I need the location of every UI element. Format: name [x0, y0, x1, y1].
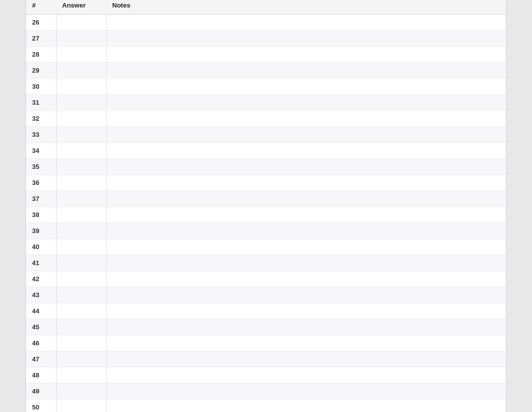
cell-notes [106, 159, 506, 175]
cell-answer [56, 287, 106, 303]
cell-number: 27 [26, 31, 56, 47]
column-header-number: # [26, 0, 56, 15]
data-table: # Answer Notes 2627282930313233343536373… [26, 0, 506, 412]
table-row: 47 [26, 351, 506, 367]
cell-answer [56, 175, 106, 191]
cell-number: 40 [26, 239, 56, 255]
cell-notes [106, 15, 506, 31]
cell-number: 34 [26, 143, 56, 159]
cell-answer [56, 79, 106, 95]
table-row: 42 [26, 271, 506, 287]
cell-number: 26 [26, 15, 56, 31]
table-row: 44 [26, 303, 506, 319]
cell-number: 39 [26, 223, 56, 239]
table-row: 48 [26, 367, 506, 383]
table-row: 43 [26, 287, 506, 303]
cell-number: 45 [26, 319, 56, 335]
cell-number: 47 [26, 351, 56, 367]
cell-answer [56, 239, 106, 255]
cell-answer [56, 303, 106, 319]
cell-number: 36 [26, 175, 56, 191]
cell-notes [106, 47, 506, 63]
cell-answer [56, 335, 106, 351]
cell-notes [106, 223, 506, 239]
table-body: 2627282930313233343536373839404142434445… [26, 15, 506, 413]
cell-notes [106, 399, 506, 413]
cell-notes [106, 255, 506, 271]
table-row: 46 [26, 335, 506, 351]
cell-answer [56, 191, 106, 207]
cell-notes [106, 319, 506, 335]
cell-answer [56, 31, 106, 47]
cell-number: 35 [26, 159, 56, 175]
cell-answer [56, 255, 106, 271]
cell-number: 29 [26, 63, 56, 79]
cell-answer [56, 15, 106, 31]
cell-number: 33 [26, 127, 56, 143]
cell-number: 41 [26, 255, 56, 271]
cell-notes [106, 207, 506, 223]
column-header-answer: Answer [56, 0, 106, 15]
cell-notes [106, 175, 506, 191]
cell-number: 28 [26, 47, 56, 63]
cell-number: 43 [26, 287, 56, 303]
cell-notes [106, 79, 506, 95]
cell-notes [106, 63, 506, 79]
cell-answer [56, 383, 106, 399]
cell-number: 42 [26, 271, 56, 287]
cell-answer [56, 63, 106, 79]
table-row: 28 [26, 47, 506, 63]
table-row: 37 [26, 191, 506, 207]
cell-answer [56, 351, 106, 367]
table-row: 34 [26, 143, 506, 159]
table-row: 39 [26, 223, 506, 239]
table-row: 41 [26, 255, 506, 271]
cell-notes [106, 191, 506, 207]
table-row: 32 [26, 111, 506, 127]
cell-notes [106, 383, 506, 399]
cell-answer [56, 367, 106, 383]
cell-answer [56, 111, 106, 127]
cell-answer [56, 319, 106, 335]
table-row: 30 [26, 79, 506, 95]
cell-answer [56, 159, 106, 175]
cell-number: 37 [26, 191, 56, 207]
cell-number: 49 [26, 383, 56, 399]
table-row: 49 [26, 383, 506, 399]
cell-notes [106, 303, 506, 319]
table-row: 36 [26, 175, 506, 191]
cell-answer [56, 143, 106, 159]
table-header-row: # Answer Notes [26, 0, 506, 15]
cell-number: 46 [26, 335, 56, 351]
cell-number: 32 [26, 111, 56, 127]
cell-answer [56, 271, 106, 287]
table-row: 45 [26, 319, 506, 335]
cell-number: 31 [26, 95, 56, 111]
cell-notes [106, 127, 506, 143]
table-row: 29 [26, 63, 506, 79]
table-row: 31 [26, 95, 506, 111]
cell-notes [106, 111, 506, 127]
table-row: 26 [26, 15, 506, 31]
cell-answer [56, 95, 106, 111]
main-table-container: # Answer Notes 2627282930313233343536373… [26, 0, 506, 412]
table-row: 35 [26, 159, 506, 175]
cell-number: 30 [26, 79, 56, 95]
cell-notes [106, 335, 506, 351]
cell-number: 44 [26, 303, 56, 319]
table-row: 40 [26, 239, 506, 255]
cell-number: 38 [26, 207, 56, 223]
cell-notes [106, 367, 506, 383]
cell-answer [56, 223, 106, 239]
cell-number: 48 [26, 367, 56, 383]
cell-notes [106, 143, 506, 159]
table-row: 38 [26, 207, 506, 223]
cell-number: 50 [26, 399, 56, 413]
cell-notes [106, 95, 506, 111]
cell-answer [56, 47, 106, 63]
column-header-notes: Notes [106, 0, 506, 15]
cell-notes [106, 351, 506, 367]
table-row: 27 [26, 31, 506, 47]
cell-notes [106, 287, 506, 303]
cell-notes [106, 239, 506, 255]
